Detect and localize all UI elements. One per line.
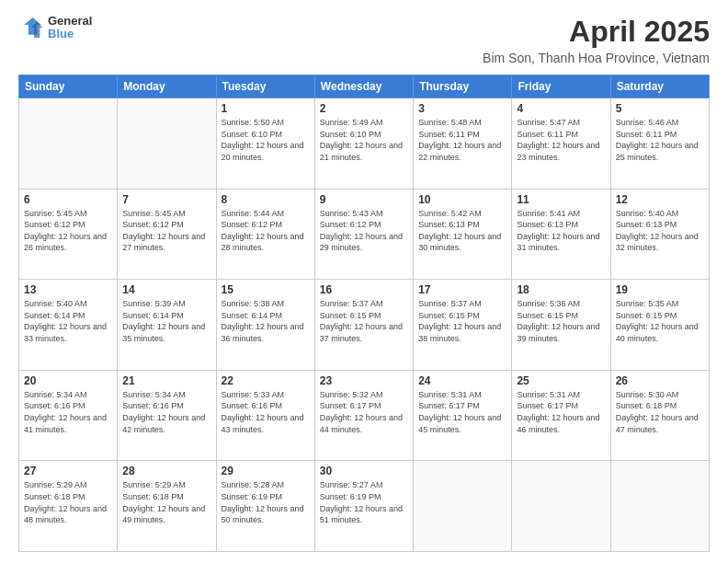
- day-number: 28: [122, 465, 210, 477]
- calendar-cell-w4-d6: 26Sunrise: 5:30 AM Sunset: 6:18 PM Dayli…: [610, 370, 709, 461]
- day-info: Sunrise: 5:30 AM Sunset: 6:18 PM Dayligh…: [616, 389, 704, 435]
- calendar-cell-w4-d2: 22Sunrise: 5:33 AM Sunset: 6:16 PM Dayli…: [216, 370, 314, 461]
- day-info: Sunrise: 5:31 AM Sunset: 6:17 PM Dayligh…: [517, 389, 605, 435]
- day-number: 27: [24, 465, 112, 477]
- day-info: Sunrise: 5:45 AM Sunset: 6:12 PM Dayligh…: [122, 208, 210, 254]
- calendar-week-3: 13Sunrise: 5:40 AM Sunset: 6:14 PM Dayli…: [19, 280, 710, 371]
- day-info: Sunrise: 5:50 AM Sunset: 6:10 PM Dayligh…: [222, 117, 310, 163]
- day-info: Sunrise: 5:37 AM Sunset: 6:15 PM Dayligh…: [418, 298, 506, 344]
- day-number: 16: [320, 283, 408, 296]
- calendar-cell-w2-d4: 10Sunrise: 5:42 AM Sunset: 6:13 PM Dayli…: [414, 189, 512, 280]
- day-info: Sunrise: 5:42 AM Sunset: 6:13 PM Dayligh…: [418, 208, 506, 254]
- day-info: Sunrise: 5:33 AM Sunset: 6:16 PM Dayligh…: [222, 389, 310, 435]
- day-number: 11: [517, 193, 605, 206]
- day-number: 10: [418, 193, 506, 206]
- day-info: Sunrise: 5:47 AM Sunset: 6:11 PM Dayligh…: [517, 117, 605, 163]
- calendar-cell-w2-d0: 6Sunrise: 5:45 AM Sunset: 6:12 PM Daylig…: [19, 189, 118, 280]
- day-number: 30: [320, 465, 408, 477]
- calendar-cell-w1-d6: 5Sunrise: 5:46 AM Sunset: 6:11 PM Daylig…: [610, 98, 709, 190]
- day-number: 4: [517, 102, 605, 115]
- day-number: 7: [122, 193, 210, 206]
- calendar-cell-w5-d5: [512, 461, 610, 552]
- day-number: 6: [24, 193, 112, 206]
- calendar-cell-w3-d0: 13Sunrise: 5:40 AM Sunset: 6:14 PM Dayli…: [19, 280, 118, 371]
- day-number: 12: [616, 193, 704, 206]
- calendar-week-2: 6Sunrise: 5:45 AM Sunset: 6:12 PM Daylig…: [19, 189, 710, 280]
- title-section: April 2025 Bim Son, Thanh Hoa Province, …: [483, 15, 710, 65]
- day-number: 25: [517, 374, 605, 387]
- col-sunday: Sunday: [19, 75, 118, 98]
- day-info: Sunrise: 5:31 AM Sunset: 6:17 PM Dayligh…: [418, 389, 506, 435]
- day-info: Sunrise: 5:36 AM Sunset: 6:15 PM Dayligh…: [517, 298, 605, 344]
- calendar-cell-w2-d1: 7Sunrise: 5:45 AM Sunset: 6:12 PM Daylig…: [118, 189, 216, 280]
- calendar-cell-w3-d4: 17Sunrise: 5:37 AM Sunset: 6:15 PM Dayli…: [414, 280, 512, 371]
- day-info: Sunrise: 5:32 AM Sunset: 6:17 PM Dayligh…: [320, 389, 408, 435]
- calendar-cell-w3-d6: 19Sunrise: 5:35 AM Sunset: 6:15 PM Dayli…: [610, 280, 709, 371]
- logo-icon: [18, 15, 44, 40]
- day-number: 23: [320, 374, 408, 387]
- calendar-cell-w4-d5: 25Sunrise: 5:31 AM Sunset: 6:17 PM Dayli…: [512, 370, 610, 461]
- calendar-cell-w1-d3: 2Sunrise: 5:49 AM Sunset: 6:10 PM Daylig…: [314, 98, 413, 190]
- day-number: 19: [616, 283, 704, 296]
- day-number: 24: [418, 374, 506, 387]
- day-number: 21: [122, 374, 210, 387]
- calendar-cell-w2-d5: 11Sunrise: 5:41 AM Sunset: 6:13 PM Dayli…: [512, 189, 610, 280]
- calendar-header-row: Sunday Monday Tuesday Wednesday Thursday…: [19, 75, 710, 98]
- day-info: Sunrise: 5:40 AM Sunset: 6:14 PM Dayligh…: [24, 298, 112, 344]
- day-number: 29: [222, 465, 310, 477]
- calendar-cell-w1-d1: [118, 98, 216, 190]
- calendar-cell-w3-d1: 14Sunrise: 5:39 AM Sunset: 6:14 PM Dayli…: [118, 280, 216, 371]
- day-number: 18: [517, 283, 605, 296]
- calendar-cell-w1-d2: 1Sunrise: 5:50 AM Sunset: 6:10 PM Daylig…: [216, 98, 314, 190]
- page: General Blue April 2025 Bim Son, Thanh H…: [0, 0, 728, 563]
- calendar-cell-w5-d1: 28Sunrise: 5:29 AM Sunset: 6:18 PM Dayli…: [118, 461, 216, 552]
- location-title: Bim Son, Thanh Hoa Province, Vietnam: [483, 51, 710, 65]
- calendar-week-1: 1Sunrise: 5:50 AM Sunset: 6:10 PM Daylig…: [19, 98, 710, 190]
- day-info: Sunrise: 5:38 AM Sunset: 6:14 PM Dayligh…: [222, 298, 310, 344]
- calendar-cell-w5-d3: 30Sunrise: 5:27 AM Sunset: 6:19 PM Dayli…: [314, 461, 413, 552]
- day-number: 5: [616, 102, 704, 115]
- logo: General Blue: [18, 15, 92, 41]
- day-info: Sunrise: 5:34 AM Sunset: 6:16 PM Dayligh…: [122, 389, 210, 435]
- calendar-cell-w2-d2: 8Sunrise: 5:44 AM Sunset: 6:12 PM Daylig…: [216, 189, 314, 280]
- header: General Blue April 2025 Bim Son, Thanh H…: [18, 15, 710, 65]
- calendar-cell-w5-d6: [610, 461, 709, 552]
- calendar-cell-w1-d0: [19, 98, 118, 190]
- day-number: 9: [320, 193, 408, 206]
- day-info: Sunrise: 5:45 AM Sunset: 6:12 PM Dayligh…: [24, 208, 112, 254]
- day-info: Sunrise: 5:29 AM Sunset: 6:18 PM Dayligh…: [122, 479, 210, 525]
- day-info: Sunrise: 5:40 AM Sunset: 6:13 PM Dayligh…: [616, 208, 704, 254]
- calendar-cell-w4-d1: 21Sunrise: 5:34 AM Sunset: 6:16 PM Dayli…: [118, 370, 216, 461]
- col-wednesday: Wednesday: [314, 75, 413, 98]
- day-number: 2: [320, 102, 408, 115]
- calendar-cell-w4-d3: 23Sunrise: 5:32 AM Sunset: 6:17 PM Dayli…: [314, 370, 413, 461]
- day-info: Sunrise: 5:29 AM Sunset: 6:18 PM Dayligh…: [24, 479, 112, 525]
- day-info: Sunrise: 5:27 AM Sunset: 6:19 PM Dayligh…: [320, 479, 408, 525]
- calendar-cell-w1-d5: 4Sunrise: 5:47 AM Sunset: 6:11 PM Daylig…: [512, 98, 610, 190]
- col-monday: Monday: [118, 75, 216, 98]
- day-number: 17: [418, 283, 506, 296]
- day-number: 22: [222, 374, 310, 387]
- logo-text: General Blue: [48, 15, 92, 41]
- calendar-cell-w3-d3: 16Sunrise: 5:37 AM Sunset: 6:15 PM Dayli…: [314, 280, 413, 371]
- day-info: Sunrise: 5:49 AM Sunset: 6:10 PM Dayligh…: [320, 117, 408, 163]
- day-info: Sunrise: 5:39 AM Sunset: 6:14 PM Dayligh…: [122, 298, 210, 344]
- calendar-cell-w4-d0: 20Sunrise: 5:34 AM Sunset: 6:16 PM Dayli…: [19, 370, 118, 461]
- day-number: 15: [222, 283, 310, 296]
- col-thursday: Thursday: [414, 75, 512, 98]
- day-info: Sunrise: 5:37 AM Sunset: 6:15 PM Dayligh…: [320, 298, 408, 344]
- calendar-cell-w1-d4: 3Sunrise: 5:48 AM Sunset: 6:11 PM Daylig…: [414, 98, 512, 190]
- day-number: 1: [222, 102, 310, 115]
- calendar-cell-w3-d5: 18Sunrise: 5:36 AM Sunset: 6:15 PM Dayli…: [512, 280, 610, 371]
- day-number: 14: [122, 283, 210, 296]
- calendar-cell-w5-d2: 29Sunrise: 5:28 AM Sunset: 6:19 PM Dayli…: [216, 461, 314, 552]
- day-info: Sunrise: 5:41 AM Sunset: 6:13 PM Dayligh…: [517, 208, 605, 254]
- day-info: Sunrise: 5:34 AM Sunset: 6:16 PM Dayligh…: [24, 389, 112, 435]
- month-title: April 2025: [483, 15, 710, 49]
- day-info: Sunrise: 5:43 AM Sunset: 6:12 PM Dayligh…: [320, 208, 408, 254]
- day-info: Sunrise: 5:48 AM Sunset: 6:11 PM Dayligh…: [418, 117, 506, 163]
- col-friday: Friday: [512, 75, 610, 98]
- calendar-cell-w5-d0: 27Sunrise: 5:29 AM Sunset: 6:18 PM Dayli…: [19, 461, 118, 552]
- day-number: 3: [418, 102, 506, 115]
- day-number: 20: [24, 374, 112, 387]
